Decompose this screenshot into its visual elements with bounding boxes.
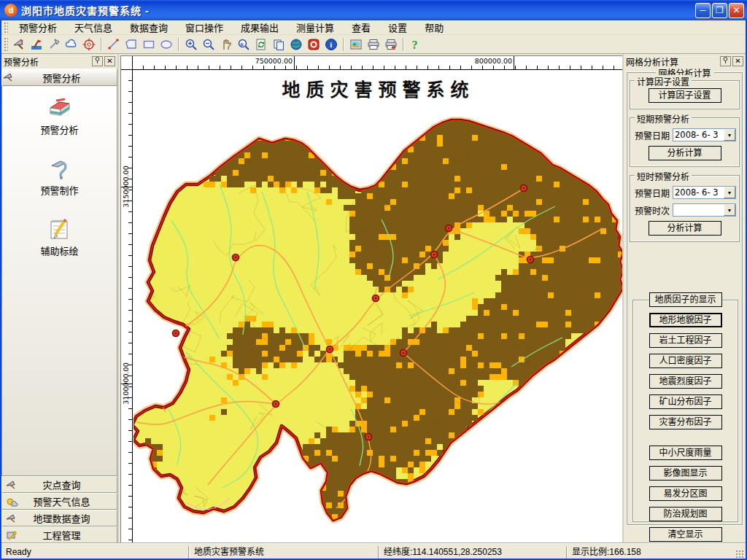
disaster-factor-button[interactable]: 灾害分布因子	[649, 415, 722, 429]
calc-factor-settings-button[interactable]: 计算因子设置	[649, 88, 721, 103]
menu-view[interactable]: 查看	[343, 19, 379, 36]
draw-polygon-icon[interactable]	[123, 36, 140, 52]
warning-time-label: 预警时次	[635, 204, 673, 217]
globe-icon[interactable]	[287, 36, 305, 52]
maker-tool-icon	[46, 155, 72, 180]
toolbar-separator	[101, 38, 102, 51]
seismic-factor-button[interactable]: 地震烈度因子	[649, 374, 722, 389]
close-icon[interactable]: ✕	[104, 56, 115, 66]
map-canvas[interactable]: 地质灾害预警系统	[133, 71, 623, 542]
locate-target-icon[interactable]	[80, 36, 98, 52]
group-legend: 短期预警分析	[635, 112, 692, 125]
zoom-in-icon[interactable]	[182, 36, 200, 52]
copy-icon[interactable]	[270, 36, 287, 52]
item-label: 预警分析	[40, 122, 78, 136]
bar-geo-data-query[interactable]: 地理数据查询	[1, 510, 117, 526]
print-icon[interactable]	[365, 36, 382, 52]
window-title: 浏阳市地质灾害预警系统 -	[21, 3, 695, 18]
rainfall-display-button[interactable]: 中小尺度雨量	[649, 446, 722, 460]
combo-value: 2008- 6- 3	[673, 129, 724, 141]
factor-settings-group: 计算因子设置 计算因子设置	[630, 80, 740, 109]
prevention-plan-button[interactable]: 防治规划图	[649, 507, 722, 521]
menu-settings[interactable]: 设置	[379, 19, 416, 36]
print-preview-icon[interactable]	[382, 36, 400, 52]
bar-label: 灾点查询	[20, 478, 117, 491]
draw-line-icon[interactable]	[105, 36, 123, 52]
status-bar: Ready 地质灾害预警系统 经纬度:114.140551,28.250253 …	[1, 543, 746, 560]
zoom-extent-icon[interactable]: ±	[235, 36, 252, 52]
restore-button[interactable]: ❐	[712, 3, 727, 18]
horizontal-ruler: 750000.00800000.00	[133, 56, 623, 70]
cloud-icon[interactable]	[63, 36, 80, 52]
warning-date-combobox[interactable]: 2008- 6- 3 ▼	[673, 128, 736, 141]
image-export-icon[interactable]	[347, 36, 365, 52]
menu-gripper[interactable]	[4, 22, 8, 33]
refresh-icon[interactable]	[252, 36, 270, 52]
pan-hand-icon[interactable]	[217, 36, 235, 52]
menu-help[interactable]: 帮助	[416, 19, 452, 36]
title-bar[interactable]: d 浏阳市地质灾害预警系统 - ─ ❐ ✕	[0, 0, 747, 20]
short-term-analyze-button[interactable]: 分析计算	[649, 146, 721, 160]
terrain-factor-button[interactable]: 地形地貌因子	[649, 313, 722, 327]
pin-icon[interactable]	[720, 56, 731, 66]
population-factor-button[interactable]: 人口密度因子	[649, 354, 722, 368]
toolbar: ± i ?	[1, 35, 746, 54]
svg-text:±: ±	[240, 40, 244, 47]
susceptibility-map-button[interactable]: 易发分区图	[649, 486, 722, 501]
left-panel-bottom-bars: 灾点查询 预警天气信息 地理数据查询 工程管理	[1, 476, 117, 543]
warning-time-combobox[interactable]: ▼	[673, 203, 736, 217]
help-icon[interactable]: ?	[407, 36, 425, 52]
bar-warning-weather[interactable]: 预警天气信息	[1, 493, 117, 510]
close-button[interactable]: ✕	[729, 3, 744, 18]
short-time-analyze-button[interactable]: 分析计算	[649, 221, 721, 236]
survey-icon[interactable]	[28, 36, 45, 52]
group-legend: 计算因子设置	[635, 75, 692, 88]
ruler-label: 3150000.00	[122, 166, 130, 207]
bar-project-management[interactable]: 工程管理	[1, 526, 117, 543]
minimize-button[interactable]: ─	[695, 3, 711, 18]
left-panel-header-label: 预警分析	[17, 71, 117, 85]
right-panel: 网格分析计算 ✕ 网格分析计算 计算因子设置 计算因子设置 短期预警分析 预警日…	[622, 54, 746, 543]
bar-label: 预警天气信息	[20, 494, 117, 508]
notepad-pencil-icon	[46, 216, 72, 241]
stop-icon[interactable]	[305, 36, 322, 52]
menu-weather-info[interactable]: 天气信息	[66, 19, 121, 36]
toolbar-gripper[interactable]	[4, 37, 8, 52]
left-panel-header[interactable]: 预警分析	[1, 69, 117, 86]
left-panel-content: 预警分析 预警制作 辅助标绘	[1, 86, 117, 476]
warning-date-combobox[interactable]: 2008- 6- 3 ▼	[673, 186, 736, 199]
item-aux-plot[interactable]: 辅助标绘	[40, 216, 78, 257]
chevron-down-icon[interactable]: ▼	[724, 204, 735, 216]
mine-factor-button[interactable]: 矿山分布因子	[649, 394, 722, 409]
disaster-risk-map[interactable]	[133, 71, 623, 542]
geo-factor-display-button[interactable]: 地质因子的显示	[649, 292, 722, 307]
menu-data-query[interactable]: 数据查询	[121, 19, 177, 36]
menu-measure[interactable]: 测量计算	[287, 19, 343, 36]
chevron-down-icon[interactable]: ▼	[724, 187, 735, 198]
chevron-down-icon[interactable]: ▼	[724, 129, 735, 141]
pin-icon[interactable]	[92, 56, 103, 66]
resize-grip[interactable]	[735, 549, 744, 559]
status-scale: 显示比例:166.158	[568, 546, 713, 559]
analysis-dish-icon[interactable]	[10, 36, 28, 52]
clear-display-button[interactable]: 清空显示	[649, 527, 722, 542]
weather-icon	[5, 496, 20, 508]
geotech-factor-button[interactable]: 岩土工程因子	[649, 333, 722, 348]
menu-warning-analysis[interactable]: 预警分析	[10, 19, 66, 36]
item-warning-making[interactable]: 预警制作	[40, 155, 78, 197]
menu-window-ops[interactable]: 窗口操作	[177, 19, 232, 36]
image-display-button[interactable]: 影像图显示	[649, 466, 722, 481]
left-panel-titlebar: 预警分析 ✕	[1, 54, 117, 69]
info-icon[interactable]: i	[322, 36, 340, 52]
close-icon[interactable]: ✕	[732, 56, 743, 66]
bar-disaster-query[interactable]: 灾点查询	[1, 476, 117, 493]
item-warning-analysis[interactable]: 预警分析	[40, 95, 78, 136]
zoom-out-icon[interactable]	[200, 36, 217, 52]
menu-result-output[interactable]: 成果输出	[232, 19, 287, 36]
draw-rectangle-icon[interactable]	[140, 36, 158, 52]
menu-bar: 预警分析 天气信息 数据查询 窗口操作 成果输出 测量计算 查看 设置 帮助	[1, 20, 746, 35]
dish-icon	[5, 479, 20, 491]
vertical-ruler: 3150000.003100000.00	[121, 70, 133, 542]
hammer-icon[interactable]	[45, 36, 63, 52]
draw-ellipse-icon[interactable]	[158, 36, 175, 52]
